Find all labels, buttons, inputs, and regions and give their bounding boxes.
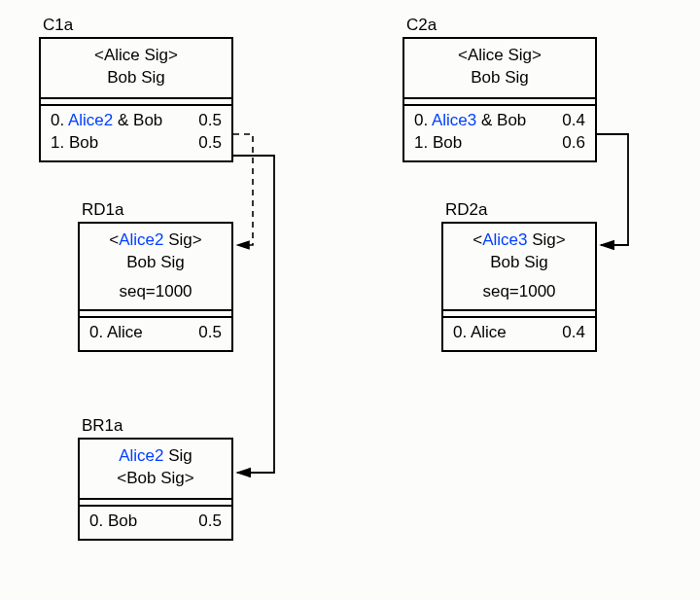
rd2a-sig-alice3: <Alice3 Sig> — [451, 229, 587, 252]
br1a-sigs: Alice2 Sig <Bob Sig> — [80, 440, 231, 500]
c2a-sigs: <Alice Sig> Bob Sig — [404, 39, 595, 99]
c2a-outputs: 0. Alice3 & Bob 0.4 1. Bob 0.6 — [404, 106, 595, 160]
angle-close: Sig> — [528, 230, 566, 249]
out-value: 0.5 — [198, 110, 222, 132]
out-key-rest: & Bob — [113, 111, 162, 129]
angle-close: > — [185, 469, 194, 487]
angle-open: < — [94, 46, 104, 64]
angle-open: < — [109, 230, 119, 249]
arrow-c1a-out0-to-rd1a — [233, 134, 253, 245]
angle-open: < — [117, 469, 126, 487]
arrow-c1a-out1-to-br1a — [233, 156, 274, 473]
rd1a-outputs: 0. Alice 0.5 — [80, 318, 231, 350]
label-c2a: C2a — [406, 16, 437, 35]
rd2a-sigs: <Alice3 Sig> Bob Sig — [443, 224, 595, 282]
arrow-c2a-out0-to-rd2a — [597, 134, 628, 245]
c2a-out0: 0. Alice3 & Bob 0.4 — [414, 110, 585, 132]
out-value: 0.4 — [562, 322, 585, 344]
c2a-sig-bob: Bob Sig — [412, 67, 587, 89]
out-key-blue: Alice2 — [68, 111, 113, 129]
c1a-sig-bob: Bob Sig — [49, 67, 224, 89]
label-rd1a: RD1a — [82, 200, 123, 220]
rd1a-sig-bob: Bob Sig — [88, 252, 224, 274]
out-value: 0.5 — [198, 511, 222, 533]
divider — [41, 99, 231, 106]
out-left: 0. Bob — [89, 511, 137, 533]
label-rd2a: RD2a — [445, 200, 487, 220]
sig-name: Alice — [468, 46, 504, 64]
c2a-sig-alice: <Alice Sig> — [412, 45, 587, 67]
out-left: 0. Alice2 & Bob — [51, 110, 162, 132]
divider — [80, 311, 231, 318]
out-left: 0. Alice3 & Bob — [414, 110, 526, 132]
box-rd2a: <Alice3 Sig> Bob Sig seq=1000 0. Alice 0… — [441, 222, 597, 352]
box-c1a: <Alice Sig> Bob Sig 0. Alice2 & Bob 0.5 … — [39, 37, 233, 162]
br1a-sig-bob: <Bob Sig> — [88, 468, 224, 490]
c1a-outputs: 0. Alice2 & Bob 0.5 1. Bob 0.5 — [41, 106, 231, 160]
rd2a-sig-bob: Bob Sig — [451, 252, 587, 274]
sig-name: Alice3 — [482, 230, 527, 249]
sig-name: Alice2 — [119, 446, 163, 465]
c1a-sig-alice: <Alice Sig> — [49, 45, 224, 67]
out-left: 0. Alice — [89, 322, 143, 344]
angle-close: Sig> — [504, 46, 542, 64]
out-value: 0.6 — [562, 132, 585, 155]
out-value: 0.5 — [198, 132, 222, 155]
sig-name: Alice2 — [119, 230, 163, 249]
rd2a-out0: 0. Alice 0.4 — [453, 322, 585, 344]
br1a-outputs: 0. Bob 0.5 — [80, 507, 231, 539]
divider — [404, 99, 595, 106]
out-left: 1. Bob — [51, 132, 98, 155]
box-rd1a: <Alice2 Sig> Bob Sig seq=1000 0. Alice 0… — [78, 222, 233, 352]
divider — [443, 311, 595, 318]
sig-name: Alice — [104, 46, 140, 64]
out-left: 0. Alice — [453, 322, 507, 344]
rd1a-sigs: <Alice2 Sig> Bob Sig — [80, 224, 231, 282]
box-br1a: Alice2 Sig <Bob Sig> 0. Bob 0.5 — [78, 438, 233, 541]
c1a-out0: 0. Alice2 & Bob 0.5 — [51, 110, 222, 132]
out-index: 0. — [51, 111, 68, 129]
angle-open: < — [472, 230, 482, 249]
rd2a-outputs: 0. Alice 0.4 — [443, 318, 595, 350]
out-value: 0.5 — [198, 322, 222, 344]
angle-open: < — [458, 46, 468, 64]
br1a-out0: 0. Bob 0.5 — [89, 511, 222, 533]
label-c1a: C1a — [43, 16, 73, 35]
br1a-sig-alice2: Alice2 Sig — [88, 445, 224, 468]
out-key-rest: & Bob — [476, 111, 526, 129]
out-index: 0. — [414, 111, 432, 129]
sig-name: Bob Sig — [126, 469, 185, 487]
divider — [80, 500, 231, 507]
out-value: 0.4 — [562, 110, 585, 132]
sig-suffix: Sig — [164, 446, 192, 465]
c1a-out1: 1. Bob 0.5 — [51, 132, 222, 155]
angle-close: Sig> — [164, 230, 202, 249]
label-br1a: BR1a — [82, 416, 123, 436]
box-c2a: <Alice Sig> Bob Sig 0. Alice3 & Bob 0.4 … — [402, 37, 597, 162]
c1a-sigs: <Alice Sig> Bob Sig — [41, 39, 231, 99]
c2a-out1: 1. Bob 0.6 — [414, 132, 585, 155]
out-key-blue: Alice3 — [432, 111, 476, 129]
angle-close: Sig> — [140, 46, 178, 64]
rd1a-out0: 0. Alice 0.5 — [89, 322, 222, 344]
out-left: 1. Bob — [414, 132, 462, 155]
rd1a-sig-alice2: <Alice2 Sig> — [88, 229, 224, 252]
rd1a-seq: seq=1000 — [80, 282, 231, 309]
rd2a-seq: seq=1000 — [443, 282, 595, 309]
